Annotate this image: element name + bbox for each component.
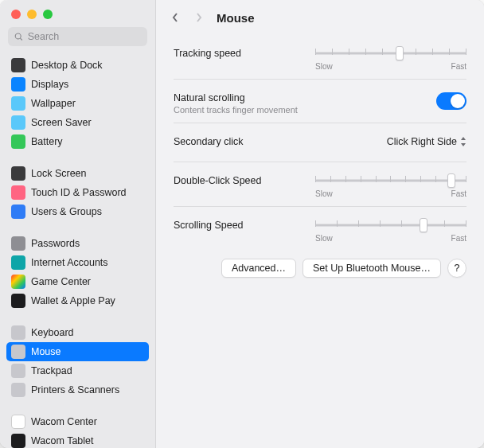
- close-button[interactable]: [11, 10, 21, 19]
- mouse-icon: [11, 345, 25, 359]
- sidebar-item-lock-screen[interactable]: Lock Screen: [6, 164, 149, 183]
- sidebar-item-label: Touch ID & Password: [31, 187, 127, 198]
- keyboard-icon: [11, 325, 25, 340]
- forward-button[interactable]: [193, 11, 205, 24]
- traffic-lights: [0, 6, 155, 27]
- content-area: Tracking speed Slow Fast Natural scr: [156, 35, 484, 448]
- back-button[interactable]: [169, 11, 182, 24]
- natural-scrolling-toggle[interactable]: [436, 92, 466, 110]
- sidebar-item-label: Internet Accounts: [31, 257, 108, 268]
- natural-scrolling-sub: Content tracks finger movement: [174, 105, 436, 115]
- sidebar-item-mouse[interactable]: Mouse: [6, 342, 149, 361]
- wallet-icon: [11, 294, 25, 308]
- internet-icon: [11, 255, 25, 270]
- sidebar-item-displays[interactable]: Displays: [6, 75, 149, 94]
- updown-icon: [460, 137, 466, 146]
- sidebar-item-label: Keyboard: [31, 327, 74, 338]
- sidebar-item-keyboard[interactable]: Keyboard: [6, 323, 149, 342]
- doubleclick-speed-label: Double-Click Speed: [174, 173, 315, 186]
- row-doubleclick-speed: Double-Click Speed Slow Fast: [174, 166, 466, 203]
- scrolling-fast-label: Fast: [451, 234, 466, 243]
- sidebar-item-internet-accounts[interactable]: Internet Accounts: [6, 253, 149, 272]
- search-field[interactable]: [8, 27, 147, 46]
- secondary-click-label: Secondary click: [174, 134, 387, 147]
- tracking-slow-label: Slow: [315, 62, 333, 71]
- sidebar-item-label: Wallet & Apple Pay: [31, 295, 115, 306]
- sidebar-item-label: Displays: [31, 79, 68, 90]
- doubleclick-fast-label: Fast: [451, 189, 466, 198]
- row-secondary-click: Secondary click Click Right Side: [174, 127, 466, 158]
- sidebar-item-label: Trackpad: [31, 365, 72, 376]
- sidebar-item-printers-scanners[interactable]: Printers & Scanners: [6, 380, 149, 399]
- sidebar-item-wacom-tablet[interactable]: Wacom Tablet: [6, 431, 149, 448]
- search-icon: [14, 32, 24, 42]
- sidebar-item-wallpaper[interactable]: Wallpaper: [6, 94, 149, 113]
- tracking-speed-label: Tracking speed: [174, 46, 315, 59]
- minimize-button[interactable]: [27, 10, 37, 19]
- tracking-fast-label: Fast: [451, 62, 466, 71]
- trackpad-icon: [11, 364, 25, 378]
- touchid-icon: [11, 185, 25, 200]
- desktop-icon: [11, 58, 25, 72]
- screensaver-icon: [11, 115, 25, 130]
- sidebar-item-wallet-apple-pay[interactable]: Wallet & Apple Pay: [6, 291, 149, 310]
- wacom-center-icon: [11, 415, 25, 429]
- sidebar-item-label: Mouse: [31, 346, 61, 357]
- sidebar-item-label: Users & Groups: [31, 206, 102, 217]
- secondary-click-value: Click Right Side: [387, 136, 457, 147]
- wacom-tablet-icon: [11, 434, 25, 448]
- doubleclick-speed-slider[interactable]: [315, 173, 466, 188]
- sidebar-item-users-groups[interactable]: Users & Groups: [6, 202, 149, 221]
- sidebar-item-label: Battery: [31, 136, 63, 147]
- sidebar-item-battery[interactable]: Battery: [6, 132, 149, 151]
- sidebar: Desktop & DockDisplaysWallpaperScreen Sa…: [0, 0, 156, 448]
- button-row: Advanced… Set Up Bluetooth Mouse… ?: [174, 259, 466, 278]
- setup-bluetooth-button[interactable]: Set Up Bluetooth Mouse…: [302, 259, 441, 278]
- row-scrolling-speed: Scrolling Speed Slow Fast: [174, 210, 466, 247]
- toolbar: Mouse: [156, 0, 484, 35]
- sidebar-item-trackpad[interactable]: Trackpad: [6, 361, 149, 380]
- page-title: Mouse: [217, 11, 255, 25]
- sidebar-item-label: Screen Saver: [31, 117, 92, 128]
- battery-icon: [11, 134, 25, 149]
- printers-icon: [11, 383, 25, 397]
- doubleclick-slow-label: Slow: [315, 189, 333, 198]
- search-input[interactable]: [28, 31, 141, 42]
- sidebar-item-label: Lock Screen: [31, 168, 86, 179]
- advanced-button[interactable]: Advanced…: [221, 259, 296, 278]
- wallpaper-icon: [11, 96, 25, 111]
- sidebar-item-label: Wallpaper: [31, 98, 76, 109]
- tracking-speed-slider[interactable]: [315, 46, 466, 60]
- displays-icon: [11, 77, 25, 92]
- users-icon: [11, 205, 25, 219]
- natural-scrolling-label: Natural scrolling: [174, 91, 436, 103]
- sidebar-item-desktop-dock[interactable]: Desktop & Dock: [6, 56, 149, 75]
- sidebar-item-game-center[interactable]: Game Center: [6, 272, 149, 291]
- sidebar-item-label: Wacom Tablet: [31, 435, 94, 446]
- settings-window: Desktop & DockDisplaysWallpaperScreen Sa…: [0, 0, 484, 448]
- sidebar-item-passwords[interactable]: Passwords: [6, 234, 149, 253]
- sidebar-item-label: Wacom Center: [31, 416, 97, 427]
- gamecenter-icon: [11, 275, 25, 289]
- sidebar-item-label: Passwords: [31, 238, 80, 249]
- lock-icon: [11, 166, 25, 181]
- sidebar-item-wacom-center[interactable]: Wacom Center: [6, 412, 149, 431]
- sidebar-item-screen-saver[interactable]: Screen Saver: [6, 113, 149, 132]
- row-tracking-speed: Tracking speed Slow Fast: [174, 38, 466, 76]
- row-natural-scrolling: Natural scrolling Content tracks finger …: [174, 83, 466, 119]
- scrolling-speed-slider[interactable]: [315, 218, 466, 232]
- sidebar-item-label: Game Center: [31, 276, 91, 287]
- sidebar-item-label: Desktop & Dock: [31, 60, 103, 71]
- sidebar-item-label: Printers & Scanners: [31, 384, 119, 395]
- secondary-click-popup[interactable]: Click Right Side: [387, 134, 466, 147]
- passwords-icon: [11, 236, 25, 251]
- sidebar-item-touch-id-password[interactable]: Touch ID & Password: [6, 183, 149, 202]
- zoom-button[interactable]: [43, 10, 53, 19]
- scrolling-slow-label: Slow: [315, 234, 333, 243]
- help-button[interactable]: ?: [447, 259, 466, 278]
- main-panel: Mouse Tracking speed Slow Fast: [156, 0, 484, 448]
- scrolling-speed-label: Scrolling Speed: [174, 218, 315, 231]
